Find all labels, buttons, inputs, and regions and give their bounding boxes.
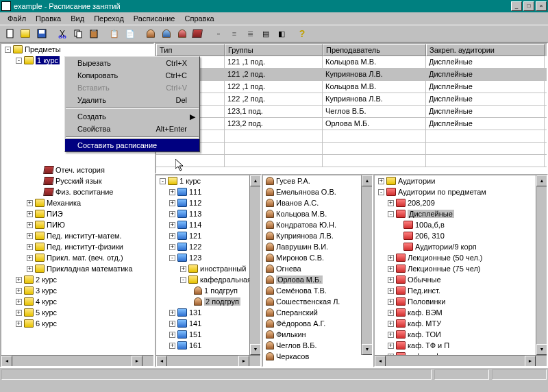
tc3[interactable]: ≣ [242, 26, 258, 41]
group-item[interactable]: 113 [189, 210, 201, 218]
teacher-item[interactable]: Семёнова Т.В. [276, 286, 327, 295]
tree-folder[interactable]: Механика [47, 199, 81, 207]
tree-kurs[interactable]: 4 курс [36, 297, 57, 306]
room-item[interactable]: 206, 310 [415, 232, 445, 240]
teacher-item[interactable]: Кольцова М.В. [276, 210, 327, 218]
ctx-item[interactable]: Создать▶ [65, 110, 199, 123]
tree-folder[interactable]: ПИЭ [47, 210, 63, 218]
copy-button[interactable] [71, 26, 86, 41]
table-row[interactable]: 123,1 под.Чеглов В.Б.Дисплейные [156, 106, 547, 118]
tree-folder[interactable]: Прикладная математика [47, 265, 133, 273]
teacher-item[interactable]: Миронов С.В. [276, 254, 324, 262]
column-header[interactable]: Закреп. аудитории [426, 44, 545, 56]
group-item[interactable]: 121 [189, 232, 201, 240]
room-item[interactable]: каф. ВЭМ [408, 308, 443, 317]
teacher-item[interactable]: Емельянова О.В. [276, 188, 336, 196]
tc5[interactable]: ◧ [274, 26, 289, 41]
room-item[interactable]: Дисплейные [408, 210, 454, 218]
ctx-item[interactable]: УдалитьDel [65, 94, 199, 106]
teacher-item[interactable]: Черкасов [276, 352, 309, 360]
tc2[interactable]: ≡ [227, 26, 242, 41]
menu-schedule[interactable]: Расписание [129, 13, 180, 24]
room-item[interactable]: Лекционные (75 чел) [408, 265, 480, 273]
room-item[interactable]: Лекционные (50 чел.) [408, 254, 483, 262]
table-row[interactable]: 122 ,1 под.Кольцова М.В.Дисплейные [156, 81, 547, 93]
tree-folder[interactable]: Прикл. мат. (веч. отд.) [47, 254, 123, 262]
room-item[interactable]: Половинки [408, 297, 445, 306]
column-header[interactable]: Группы [225, 44, 323, 56]
column-header[interactable]: Тип [156, 44, 225, 56]
table-row[interactable]: 123,2 под.Орлова М.Б.Дисплейные [156, 118, 547, 130]
teacher-item[interactable]: Иванов А.С. [276, 199, 319, 207]
save-button[interactable] [34, 26, 49, 41]
table-row[interactable]: 121 ,2 под.Куприянова Л.В.Дисплейные [156, 69, 547, 81]
table-row[interactable]: 122 ,2 под.Куприянова Л.В.Дисплейные [156, 93, 547, 106]
room-item[interactable]: каф. МТУ [408, 319, 441, 328]
teacher-item[interactable]: Куприянова Л.В. [276, 232, 334, 240]
person2-button[interactable] [159, 26, 174, 41]
menu-help[interactable]: Справка [179, 13, 219, 24]
group-item[interactable]: 112 [189, 199, 201, 207]
room-item[interactable]: 208,209 [408, 199, 435, 207]
group-item[interactable]: 131 [189, 308, 201, 317]
tree-kurs[interactable]: 3 курс [36, 286, 57, 295]
teacher-item[interactable]: Фёдорова А.Г. [276, 319, 325, 328]
close-button[interactable]: × [536, 1, 547, 11]
books-button[interactable] [190, 26, 206, 41]
tool-a[interactable]: 📋 [107, 26, 122, 41]
tree-kurs[interactable]: 6 курс [36, 319, 57, 328]
minimize-button[interactable]: _ [511, 1, 522, 11]
tree-kurs[interactable]: 2 курс [36, 275, 57, 284]
tree-book[interactable]: Физ. воспитание [55, 188, 113, 196]
person1-button[interactable] [143, 26, 158, 41]
room-item[interactable]: каф. ТОИ [408, 330, 441, 339]
group-item[interactable]: 122 [189, 243, 201, 251]
maximize-button[interactable]: □ [523, 1, 534, 11]
table-row[interactable]: 121 ,1 под.Кольцова М.В.Дисплейные [156, 56, 547, 69]
room-item[interactable]: Аудитории/9 корп [415, 243, 477, 251]
scroll-right-button[interactable]: ► [132, 356, 142, 367]
menu-edit[interactable]: Правка [31, 13, 66, 24]
scroll-left-button[interactable]: ◄ [1, 356, 12, 367]
room-item[interactable]: Пед.инст. [408, 286, 440, 295]
teacher-item[interactable]: Сперанский [276, 308, 318, 317]
ctx-item[interactable]: ВставитьCtrl+V [65, 82, 199, 94]
groups-panel[interactable]: -1 курс+111+112+113+114+121+122-123+инос… [155, 174, 262, 367]
teacher-item[interactable]: Кондратова Ю.Н. [276, 221, 336, 229]
teachers-panel[interactable]: Гусев Р.А.Емельянова О.В.Иванов А.С.Коль… [262, 174, 373, 367]
paste-button[interactable] [86, 26, 101, 41]
open-button[interactable] [18, 26, 34, 41]
group-item[interactable]: 151 [189, 330, 201, 339]
group-item[interactable]: 111 [189, 188, 201, 196]
ctx-item[interactable]: ВырезатьCtrl+X [65, 57, 199, 69]
teacher-item[interactable]: Филькин [276, 330, 306, 339]
ctx-item[interactable]: КопироватьCtrl+C [65, 69, 199, 82]
person3-button[interactable] [175, 26, 190, 41]
tool-b[interactable]: 📄 [123, 26, 138, 41]
teacher-item[interactable]: Чеглов В.Б. [276, 341, 316, 350]
room-item[interactable]: 100а,б,в [415, 221, 445, 229]
tree-folder[interactable]: Пед. институт-физики [47, 243, 123, 251]
tree-folder[interactable]: ПИЮ [47, 221, 65, 229]
new-button[interactable] [3, 26, 18, 41]
tree-root[interactable]: Предметы [25, 45, 61, 53]
ctx-item[interactable]: СвойстваAlt+Enter [65, 123, 199, 135]
group-item[interactable]: 114 [189, 221, 201, 229]
room-item[interactable]: каф. ТФ и П [408, 341, 449, 350]
teacher-item[interactable]: Огнева [276, 265, 301, 273]
menu-file[interactable]: Файл [3, 13, 31, 24]
lessons-grid[interactable]: ТипГруппыПреподавательЗакреп. аудитории … [155, 42, 548, 174]
tree-book[interactable]: Отеч. история [55, 166, 105, 174]
expand-icon[interactable]: - [5, 47, 11, 53]
tree-folder[interactable]: Пед. институт-матем. [47, 232, 122, 240]
tree-book[interactable]: Русский язык [55, 177, 102, 185]
column-header[interactable]: Преподаватель [323, 44, 426, 56]
tree-kurs1[interactable]: 1 курс [36, 56, 60, 64]
rooms-panel[interactable]: +Аудитории-Аудитории по предметам+208,20… [373, 174, 548, 367]
tree-kurs[interactable]: 5 курс [36, 308, 57, 317]
teacher-item[interactable]: Гусев Р.А. [276, 177, 310, 185]
cut-button[interactable] [55, 26, 70, 41]
group-item[interactable]: 141 [189, 319, 201, 328]
menu-view[interactable]: Вид [66, 13, 89, 24]
ctx-compose-schedule[interactable]: Составить расписание [65, 139, 199, 151]
